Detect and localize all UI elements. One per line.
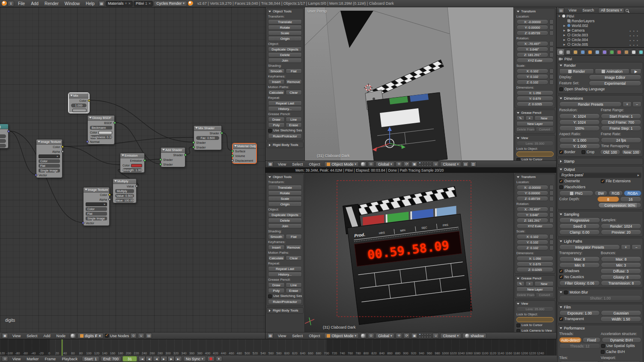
menu-object[interactable]: Object [306,333,323,338]
sync-dropdown[interactable]: No Sync▾ [183,356,206,362]
visibility-toggles[interactable] [629,38,644,42]
constraints-tab[interactable] [594,49,600,55]
panel-header-dimensions[interactable]: Dimensions [558,95,643,101]
convert-button[interactable]: Convert [536,292,554,297]
new-layer-button[interactable]: New Layer [516,121,554,126]
expand-icon[interactable]: ▶ [563,29,566,32]
play-reverse-button[interactable]: ◀ [153,356,160,362]
outliner-item-world-002[interactable]: ▶ World.002 [557,23,644,28]
expand-icon[interactable]: ▶ [563,43,566,46]
panel-header-output[interactable]: Output [558,166,643,172]
shadows-checkbox[interactable]: Shadows [559,268,599,274]
z-0-85739-field[interactable]: Z: 0.85739 [516,196,554,201]
x-button[interactable]: + [525,281,534,286]
node-socket-1-000[interactable]: 1.000 [0,139,8,143]
calculate-button[interactable]: Calculate [268,255,285,261]
particles-tab[interactable] [630,49,637,55]
viewport-scene[interactable] [265,7,557,161]
x-1-056-field[interactable]: X: 1.056 [516,90,554,95]
start-frame-1-field[interactable]: Start Frame: 1 [601,113,641,119]
node-socket-1-000[interactable]: 1.000 [0,134,8,139]
menu-search[interactable]: Search [579,8,597,13]
convert-button[interactable]: Convert [536,127,554,132]
line-button[interactable]: Line [286,282,302,288]
previous-keyframe-button[interactable]: ◀| [146,356,153,362]
x-button[interactable]: ✎ [516,116,525,121]
animation-button[interactable]: Animation [595,68,629,74]
draw-button[interactable]: Draw [268,117,285,122]
editor-type-icon[interactable]: ℹ [8,1,14,6]
x-1-056-field[interactable]: X: 1.056 [516,256,554,261]
16-toggle[interactable]: 16 [620,196,641,202]
close-layout-icon[interactable]: × [128,1,131,6]
render-engine-dropdown[interactable]: Cycles Render▾ [154,1,187,6]
translate-manipulator-icon[interactable]: ✛ [396,161,402,167]
experimental-field[interactable]: Experimental [589,80,641,86]
menu-render[interactable]: Render [42,1,62,6]
lock-icon[interactable] [549,52,554,57]
editor-type-icon[interactable]: ▤ [558,8,564,13]
new-button[interactable]: New [534,116,554,121]
panel-header-transform[interactable]: Transform [515,9,555,14]
x-field[interactable] [516,317,554,322]
lock-icon[interactable] [549,234,554,239]
mode-dropdown[interactable]: Object Mode▾ [324,161,359,167]
lock-icon[interactable] [549,190,554,196]
png-field[interactable]: PNG [559,190,593,196]
menu-add[interactable]: Add [40,333,53,338]
xyz-euler-field[interactable]: XYZ Euler [516,223,554,228]
y-0-679-field[interactable]: Y: 0.679 [516,261,554,267]
repeat-last-button[interactable]: Repeat Last [268,101,302,106]
ruler-protractor-button[interactable]: Ruler/Protractor [268,299,302,304]
panel-header-object-tools[interactable]: Object Tools [267,9,303,14]
preview-20-field[interactable]: Preview: 20 [601,229,641,235]
node-socket-strength-1-000[interactable]: Strength: 1.000 [120,168,144,172]
x-0-00000-field[interactable]: X: -0.00000 [516,19,554,24]
screen-layout-icon[interactable]: ▦ [98,1,105,6]
node-socket-1-000[interactable]: 1.000 [69,103,89,108]
x-0-102-field[interactable]: X: 0.102 [516,234,554,239]
z-0-102-field[interactable]: Z: 0.102 [516,245,554,250]
jump-to-start-button[interactable]: |◀ [138,356,146,362]
8-toggle[interactable]: 8 [597,196,619,202]
menu-select[interactable]: Select [289,333,306,338]
close-scene-icon[interactable]: × [149,1,151,6]
menu-view[interactable]: View [566,8,579,13]
node-emission[interactable]: EmissionEmissionColorStrength: 1.000 [120,153,145,173]
object-data-tab[interactable] [608,49,615,55]
lock-icon[interactable] [549,212,554,217]
z-0-0265-field[interactable]: Z: 0.0265 [516,267,554,272]
transform-orientation-dropdown[interactable]: Global▾ [376,333,395,338]
duplicate-objects-button[interactable]: Duplicate Objects [268,212,302,217]
lens-35-000-field[interactable]: Lens: 35.000 [516,141,554,146]
filter-glossy-0-06-field[interactable]: Filter Glossy: 0.06 [559,280,600,286]
snap-magnet-icon[interactable]: ∪ [432,161,439,167]
rotate-button[interactable]: Rotate [268,25,302,30]
pin-icon[interactable]: ⊙ [130,333,137,338]
timeline-ruler[interactable]: -120-100-80-60-40-2002040608010012014016… [0,339,557,356]
flat-button[interactable]: Flat [286,68,302,74]
calculate-button[interactable]: Calculate [268,90,285,95]
panel-header-grease-pencil[interactable]: Grease Pencil [515,276,555,281]
open-shading-language-checkbox[interactable]: Open Shading Language [559,86,641,92]
record-button[interactable] [207,356,215,362]
history-button[interactable]: History... [268,106,302,111]
lock-to-cursor-checkbox[interactable]: Lock to Cursor [516,157,554,160]
panel-header-rigid-body-tools[interactable]: Rigid Body Tools [267,142,303,148]
scene-tab[interactable] [572,49,578,55]
y-0-102-field[interactable]: Y: 0.102 [516,74,554,79]
frame-step-1-field[interactable]: Frame Step: 1 [601,125,641,131]
y-0-102-field[interactable]: Y: 0.102 [516,240,554,245]
y-3-648-field[interactable]: Y: 3.648° [516,212,554,217]
texture-tab[interactable] [623,49,629,55]
mode-dropdown[interactable]: Object Mode▾ [324,333,359,338]
node-socket-x[interactable]: × [83,202,109,207]
modifiers-tab[interactable] [601,49,608,55]
play-button[interactable]: ▶ [160,356,167,362]
outliner-item-pitivi[interactable]: ▼ Pitivi [557,14,644,18]
pivot-point-icon[interactable]: ⊙ [368,333,374,338]
x-70-497-field[interactable]: X: -70.497° [516,41,554,46]
lock-icon[interactable] [549,196,554,201]
outliner-item-circle-005[interactable]: ▶ Circle.005 [557,42,644,47]
clear-button[interactable]: Clear [286,255,302,261]
